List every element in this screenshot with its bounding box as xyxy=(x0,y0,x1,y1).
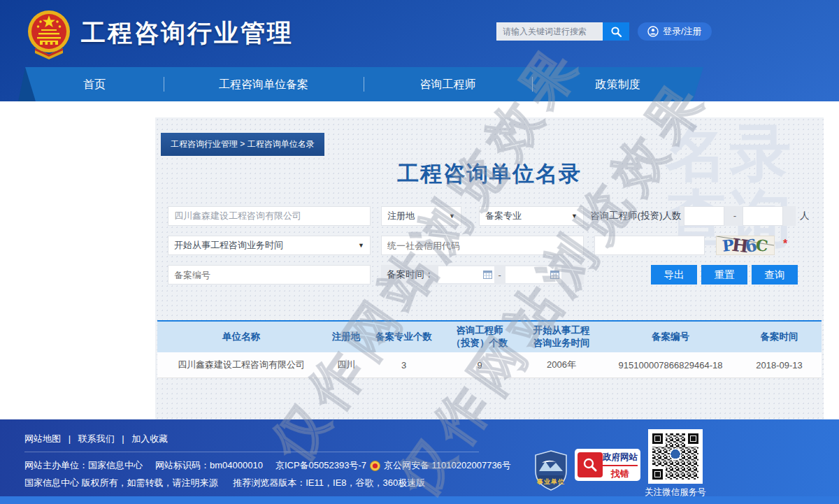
login-register-label: 登录/注册 xyxy=(663,25,702,38)
national-emblem-icon xyxy=(27,6,71,61)
content-panel: 名录 查询 工程咨询行业管理 > 工程咨询单位名录 工程咨询单位名录 注册地 ▼… xyxy=(155,117,824,419)
range-dash: - xyxy=(499,270,501,280)
footer-site-code: 网站标识码：bm04000010 xyxy=(155,459,263,472)
cell-engineer-count: 9 xyxy=(440,360,519,370)
main-nav: 首页 工程咨询单位备案 咨询工程师 政策制度 xyxy=(25,67,703,101)
footer-bottom-strip xyxy=(0,496,839,504)
footer-divider xyxy=(24,452,479,452)
footer-icp[interactable]: 京ICP备05052393号-7 xyxy=(275,459,366,472)
cell-start-time: 2006年 xyxy=(519,359,604,371)
col-header-record-time: 备案时间 xyxy=(737,331,822,343)
section-title: 工程咨询单位名录 xyxy=(155,159,824,189)
footer-link-sitemap[interactable]: 网站地图 xyxy=(24,433,61,444)
cell-register-area: 四川 xyxy=(325,359,367,371)
engineer-count-min-input[interactable] xyxy=(684,206,724,226)
wechat-qr-code xyxy=(648,429,703,484)
company-name-input[interactable] xyxy=(168,206,371,226)
export-button[interactable]: 导出 xyxy=(651,265,697,285)
cell-record-time: 2018-09-13 xyxy=(737,360,822,370)
specialty-select[interactable]: 备案专业 ▼ xyxy=(479,206,584,226)
chevron-down-icon: ▼ xyxy=(571,213,578,219)
user-icon xyxy=(647,26,659,37)
record-time-start-input[interactable] xyxy=(438,266,494,283)
record-number-input[interactable] xyxy=(168,265,371,285)
engineer-count-max-input[interactable] xyxy=(743,206,783,226)
login-register-button[interactable]: 登录/注册 xyxy=(638,22,712,41)
nav-item-unit-record[interactable]: 工程咨询单位备案 xyxy=(164,67,364,101)
record-time-label: 备案时间： xyxy=(387,268,434,281)
reset-button[interactable]: 重置 xyxy=(701,265,747,285)
chevron-down-icon: ▼ xyxy=(449,213,455,219)
page-title: 工程咨询行业管理 xyxy=(81,17,294,50)
engineer-count-label: 咨询工程师(投资)人数： xyxy=(590,206,691,226)
col-header-engineer-count: 咨询工程师（投资）个数 xyxy=(440,324,519,349)
cell-record-number: 915100007866829464-18 xyxy=(604,360,737,370)
engineer-count-unit: 人 xyxy=(800,206,810,226)
gov-website-error-report-badge[interactable]: 政府网站 找错 xyxy=(575,449,640,481)
record-time-group: 备案时间： - xyxy=(381,265,584,285)
col-header-register-area: 注册地 xyxy=(325,331,367,343)
results-table: 单位名称 注册地 备案专业个数 咨询工程师（投资）个数 开始从事工程咨询业务时间… xyxy=(157,320,822,378)
gov-badge-line1: 政府网站 xyxy=(603,452,638,466)
search-input[interactable] xyxy=(496,22,603,41)
search-icon xyxy=(610,26,622,38)
range-dash: - xyxy=(730,206,740,226)
footer-copyright-line: 国家信息中心 版权所有，如需转载，请注明来源 推荐浏览器版本：IE11，IE8，… xyxy=(24,477,425,489)
footer-links: 网站地图 | 联系我们 | 加入收藏 xyxy=(24,433,168,445)
footer: 网站地图 | 联系我们 | 加入收藏 网站主办单位：国家信息中心 网站标识码：b… xyxy=(0,419,839,504)
col-header-specialty-count: 备案专业个数 xyxy=(367,331,440,343)
table-row[interactable]: 四川鑫森建设工程咨询有限公司 四川 3 9 2006年 915100007866… xyxy=(157,352,822,378)
credit-code-input[interactable] xyxy=(381,236,584,255)
cell-unit-name: 四川鑫森建设工程咨询有限公司 xyxy=(157,359,325,371)
query-button[interactable]: 查询 xyxy=(752,265,798,285)
footer-host: 网站主办单位：国家信息中心 xyxy=(24,459,143,472)
link-separator: | xyxy=(69,433,71,444)
footer-link-contact[interactable]: 联系我们 xyxy=(78,433,115,444)
chevron-down-icon: ▼ xyxy=(358,242,364,249)
magnifier-red-icon xyxy=(578,452,603,477)
page: 工程咨询行业管理 登录/注册 首页 工程咨询单位备案 咨询工程师 政策制度 xyxy=(0,0,839,504)
nav-item-consulting-engineer[interactable]: 咨询工程师 xyxy=(364,67,532,101)
footer-copyright: 国家信息中心 版权所有，如需转载，请注明来源 xyxy=(24,477,218,488)
header: 工程咨询行业管理 登录/注册 首页 工程咨询单位备案 咨询工程师 政策制度 xyxy=(0,0,839,101)
footer-link-favorite[interactable]: 加入收藏 xyxy=(131,433,168,444)
register-area-select[interactable]: 注册地 ▼ xyxy=(381,206,461,226)
link-separator: | xyxy=(122,433,124,444)
calendar-icon xyxy=(550,270,559,279)
col-header-record-number: 备案编号 xyxy=(604,331,737,343)
required-asterisk: * xyxy=(783,238,787,250)
police-badge-icon xyxy=(370,461,380,471)
institution-shield-label: 事业单位 xyxy=(533,477,568,487)
footer-police[interactable]: 京公网安备 11010202007736号 xyxy=(384,459,511,472)
start-time-select[interactable]: 开始从事工程咨询业务时间 ▼ xyxy=(168,236,371,255)
captcha-image[interactable]: P H 6 C xyxy=(716,236,775,255)
nav-item-policy[interactable]: 政策制度 xyxy=(532,67,703,101)
cell-specialty-count: 3 xyxy=(367,360,440,370)
table-header-row: 单位名称 注册地 备案专业个数 咨询工程师（投资）个数 开始从事工程咨询业务时间… xyxy=(157,320,822,352)
calendar-icon xyxy=(483,270,492,279)
nav-item-home[interactable]: 首页 xyxy=(25,67,164,101)
col-header-start-time: 开始从事工程咨询业务时间 xyxy=(519,324,604,349)
footer-info-line: 网站主办单位：国家信息中心 网站标识码：bm04000010 京ICP备0505… xyxy=(24,459,511,472)
captcha-input[interactable] xyxy=(594,236,705,255)
record-time-end-input[interactable] xyxy=(505,266,561,283)
col-header-unit-name: 单位名称 xyxy=(157,331,325,343)
footer-browsers: 推荐浏览器版本：IE11，IE8，谷歌，360极速版 xyxy=(233,477,425,488)
gov-badge-line2: 找错 xyxy=(603,468,638,480)
search-button[interactable] xyxy=(603,22,629,41)
breadcrumb[interactable]: 工程咨询行业管理 > 工程咨询单位名录 xyxy=(161,133,324,156)
